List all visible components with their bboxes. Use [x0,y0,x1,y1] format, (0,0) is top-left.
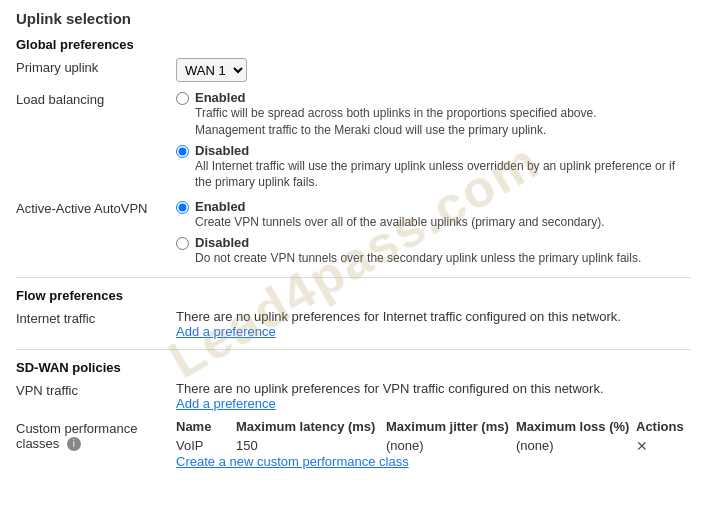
internet-traffic-label: Internet traffic [16,309,176,326]
load-balancing-enabled-desc2: Management traffic to the Meraki cloud w… [195,122,597,139]
autovpn-enabled-radio[interactable] [176,201,189,214]
divider-1 [16,277,691,278]
divider-2 [16,349,691,350]
autovpn-enabled-label: Enabled [195,199,605,214]
autovpn-radio-group: Enabled Create VPN tunnels over all of t… [176,199,691,267]
global-preferences-header: Global preferences [16,37,691,52]
load-balancing-enabled-radio[interactable] [176,92,189,105]
col-header-max-loss: Maximum loss (%) [516,419,636,434]
col-header-max-jitter: Maximum jitter (ms) [386,419,516,434]
autovpn-disabled-radio[interactable] [176,237,189,250]
autovpn-label: Active-Active AutoVPN [16,199,176,216]
row-max-loss: (none) [516,438,636,453]
load-balancing-disabled-text: Disabled All Internet traffic will use t… [195,143,691,192]
row-name: VoIP [176,438,236,453]
load-balancing-disabled-item: Disabled All Internet traffic will use t… [176,143,691,192]
internet-traffic-row: Internet traffic There are no uplink pre… [16,309,691,339]
primary-uplink-content: WAN 1 WAN 2 [176,58,691,82]
flow-preferences-header: Flow preferences [16,288,691,303]
autovpn-disabled-desc: Do not create VPN tunnels over the secon… [195,250,641,267]
col-header-max-latency: Maximum latency (ms) [236,419,386,434]
page-title: Uplink selection [16,10,691,27]
custom-performance-label: Custom performance classes i [16,419,176,452]
autovpn-disabled-label: Disabled [195,235,641,250]
row-max-latency: 150 [236,438,386,453]
vpn-traffic-no-prefs: There are no uplink preferences for VPN … [176,381,691,396]
table-row: VoIP 150 (none) (none) ✕ [176,438,707,454]
autovpn-enabled-item: Enabled Create VPN tunnels over all of t… [176,199,691,231]
autovpn-enabled-desc: Create VPN tunnels over all of the avail… [195,214,605,231]
load-balancing-disabled-label: Disabled [195,143,691,158]
delete-row-button[interactable]: ✕ [636,438,648,454]
vpn-traffic-add-link[interactable]: Add a preference [176,396,276,411]
load-balancing-label: Load balancing [16,90,176,107]
autovpn-content: Enabled Create VPN tunnels over all of t… [176,199,691,267]
col-header-actions: Actions [636,419,707,434]
custom-performance-row: Custom performance classes i Name Maximu… [16,419,691,469]
primary-uplink-row: Primary uplink WAN 1 WAN 2 [16,58,691,82]
sd-wan-policies-header: SD-WAN policies [16,360,691,375]
internet-traffic-no-prefs: There are no uplink preferences for Inte… [176,309,691,324]
autovpn-disabled-item: Disabled Do not create VPN tunnels over … [176,235,691,267]
load-balancing-enabled-desc1: Traffic will be spread across both uplin… [195,105,597,122]
autovpn-enabled-text: Enabled Create VPN tunnels over all of t… [195,199,605,231]
load-balancing-disabled-radio[interactable] [176,145,189,158]
load-balancing-row: Load balancing Enabled Traffic will be s… [16,90,691,191]
vpn-traffic-row: VPN traffic There are no uplink preferen… [16,381,691,411]
vpn-traffic-label: VPN traffic [16,381,176,398]
row-max-jitter: (none) [386,438,516,453]
create-performance-class-link[interactable]: Create a new custom performance class [176,454,409,469]
load-balancing-enabled-text: Enabled Traffic will be spread across bo… [195,90,597,139]
row-actions: ✕ [636,438,707,454]
col-header-name: Name [176,419,236,434]
load-balancing-disabled-desc: All Internet traffic will use the primar… [195,158,691,192]
load-balancing-enabled-label: Enabled [195,90,597,105]
custom-performance-content: Name Maximum latency (ms) Maximum jitter… [176,419,707,469]
vpn-traffic-content: There are no uplink preferences for VPN … [176,381,691,411]
custom-performance-table-header: Name Maximum latency (ms) Maximum jitter… [176,419,707,434]
autovpn-disabled-text: Disabled Do not create VPN tunnels over … [195,235,641,267]
load-balancing-radio-group: Enabled Traffic will be spread across bo… [176,90,691,191]
load-balancing-enabled-item: Enabled Traffic will be spread across bo… [176,90,691,139]
autovpn-row: Active-Active AutoVPN Enabled Create VPN… [16,199,691,267]
load-balancing-content: Enabled Traffic will be spread across bo… [176,90,691,191]
internet-traffic-add-link[interactable]: Add a preference [176,324,276,339]
info-icon[interactable]: i [67,437,81,451]
wan-select[interactable]: WAN 1 WAN 2 [176,58,247,82]
primary-uplink-label: Primary uplink [16,58,176,75]
internet-traffic-content: There are no uplink preferences for Inte… [176,309,691,339]
